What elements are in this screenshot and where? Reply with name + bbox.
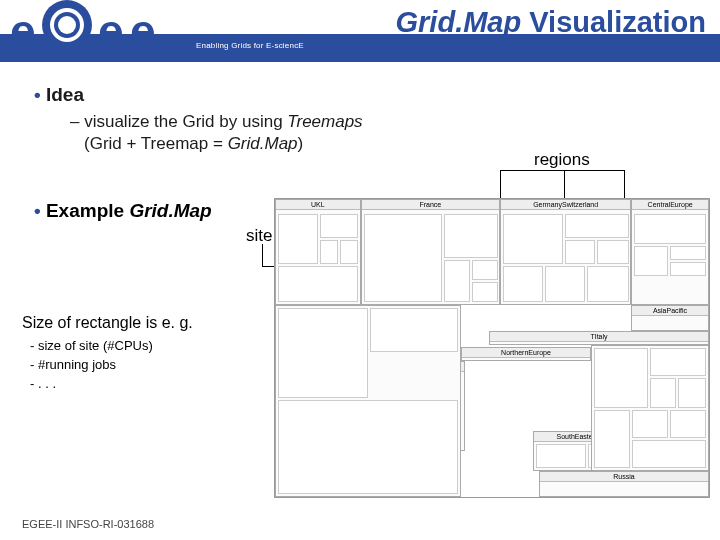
region-ukl: UKL (275, 199, 361, 305)
connector-line (500, 170, 501, 198)
tagline: Enabling Grids for E-sciencE (196, 41, 304, 50)
idea-line-2: (Grid + Treemap = Grid.Map) (84, 134, 720, 154)
region-russia: Russia (539, 471, 709, 497)
connector-line (564, 170, 624, 171)
site-annotation: site (246, 226, 272, 246)
title-rest: Visualization (521, 6, 706, 38)
size-item: - #running jobs (30, 357, 193, 372)
content-area: Idea visualize the Grid by using Treemap… (0, 72, 720, 156)
region-northern-europe: NorthernEurope (461, 347, 591, 361)
region-italy: TItaly (489, 331, 709, 345)
egee-logo: e e e (10, 2, 185, 60)
region-germany: GermanySwitzerland (500, 199, 631, 305)
treemap-figure: UKL France GermanySwitzerland (274, 198, 710, 498)
size-item: - . . . (30, 376, 193, 391)
connector-line (262, 244, 263, 266)
example-heading: Example Grid.Map (34, 200, 212, 222)
size-heading: Size of rectangle is e. g. (22, 314, 193, 332)
connector-line (564, 170, 565, 198)
region-central-europe: CentralEurope (631, 199, 709, 305)
size-item: - size of site (#CPUs) (30, 338, 193, 353)
size-description: Size of rectangle is e. g. - size of sit… (22, 314, 193, 395)
region-france: France (361, 199, 500, 305)
title-strong: Grid.Map (396, 6, 522, 38)
footer-text: EGEE-II INFSO-RI-031688 (22, 518, 154, 530)
connector-line (624, 170, 625, 198)
region-mid (591, 345, 709, 471)
idea-heading: Idea (34, 84, 720, 106)
idea-line-1: visualize the Grid by using Treemaps (70, 112, 720, 132)
connector-line (500, 170, 564, 171)
region-asia-pacific: AsiaPacific (631, 305, 709, 331)
slide-header: e e e Enabling Grids for E-sciencE Grid.… (0, 0, 720, 62)
slide-title: Grid.Map Visualization (396, 6, 706, 39)
region-big-left (275, 305, 461, 497)
regions-annotation: regions (534, 150, 590, 170)
